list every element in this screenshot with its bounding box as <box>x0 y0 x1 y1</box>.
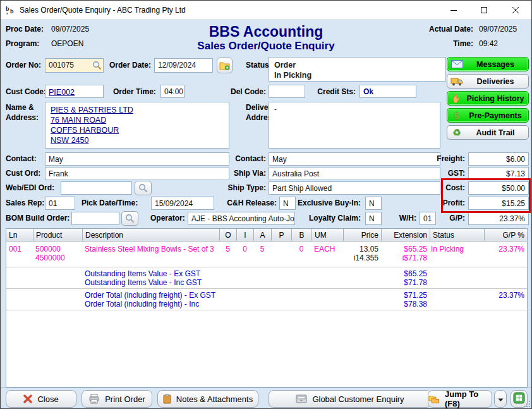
operator-label: Operator: <box>150 214 185 223</box>
cust-ord-field[interactable]: Frank <box>45 167 229 180</box>
name-address-label-1: Name & <box>6 103 34 112</box>
audit-trail-button[interactable]: ♻ Audit Trail <box>447 125 529 140</box>
order-date-folder-button[interactable] <box>217 58 233 73</box>
credit-sts-value: Ok <box>363 87 373 96</box>
ship-contact-field[interactable]: May <box>269 152 440 166</box>
jump-to-button[interactable]: Jump To (F8) <box>428 390 492 408</box>
minimize-button[interactable] <box>439 1 468 19</box>
summary-label: Order Total (including freight) - Ex GST <box>85 291 215 300</box>
svg-text:s: s <box>6 11 8 15</box>
col-header-price[interactable]: Price <box>343 229 381 241</box>
close-window-button[interactable] <box>500 1 531 19</box>
col-header-description[interactable]: Description <box>82 229 219 241</box>
bom-build-order-field[interactable] <box>71 212 119 225</box>
exclusive-buyin-field[interactable]: N <box>365 197 382 210</box>
loyalty-claim-field[interactable]: N <box>365 212 382 225</box>
cust-code-link[interactable]: PIE002 <box>49 88 75 97</box>
search-icon <box>125 214 135 223</box>
order-no-search-icon[interactable] <box>92 61 102 72</box>
messages-button[interactable]: Messages <box>447 57 529 71</box>
table-header: Ln Product Description O I A P B UM Pric… <box>6 229 527 241</box>
exclusive-buyin-label: Exclusive Buy-In: <box>288 198 361 207</box>
freight-label: Freight: <box>430 154 465 163</box>
status-field: Order In Picking <box>269 57 446 82</box>
cell-price-2: i14.355 <box>343 253 378 262</box>
ship-contact-value: May <box>272 155 287 164</box>
ch-release-label: C&H Release: <box>222 198 277 207</box>
wh-label: W/H: <box>389 214 416 223</box>
jump-folders-icon <box>428 394 440 404</box>
maximize-button[interactable] <box>469 1 499 19</box>
chevron-down-icon <box>498 394 504 404</box>
col-header-status[interactable]: Status <box>430 229 484 241</box>
time-value: 09:42 <box>479 39 498 48</box>
contact-label: Contact: <box>6 154 37 163</box>
pre-payments-button[interactable]: $ Pre-Payments <box>447 108 529 123</box>
cell-a: 5 <box>253 245 271 253</box>
operator-field[interactable]: AJE - BBS Accounting Auto-Jol <box>188 212 295 225</box>
web-edi-search-button[interactable] <box>135 181 152 195</box>
col-header-product[interactable]: Product <box>33 229 82 241</box>
address-line-link[interactable]: PIES & PASTRIES LTD <box>51 105 224 115</box>
sales-rep-field[interactable]: 01 <box>45 197 75 210</box>
col-header-extension[interactable]: Extension <box>381 229 430 241</box>
cost-value: $50.00 <box>502 184 525 193</box>
svg-text:b: b <box>10 8 14 15</box>
cust-code-label: Cust Code: <box>6 87 46 96</box>
cell-status: In Picking <box>431 245 464 253</box>
col-header-ln[interactable]: Ln <box>6 229 33 241</box>
ship-type-field[interactable]: Part Ship Allowed <box>269 181 440 195</box>
window-title: Sales Order/Quote Enquiry - ABC Trading … <box>20 6 186 15</box>
pick-datetime-field[interactable]: 15/09/2024 <box>151 197 214 210</box>
order-no-field[interactable]: 001075 <box>45 58 104 73</box>
col-header-p[interactable]: P <box>271 229 291 241</box>
col-header-um[interactable]: UM <box>311 229 343 241</box>
col-header-o[interactable]: O <box>219 229 236 241</box>
search-icon <box>138 183 148 193</box>
close-button-label: Close <box>37 394 58 404</box>
order-date-field[interactable]: 12/09/2024 <box>154 58 213 73</box>
bom-search-button[interactable] <box>121 211 138 226</box>
summary-extension: $71.78 <box>381 278 427 287</box>
table-separator <box>6 310 527 310</box>
web-edi-field[interactable] <box>61 181 132 195</box>
order-time-field[interactable]: 04:00 <box>160 85 184 98</box>
close-button[interactable]: Close <box>6 390 76 408</box>
resize-grip[interactable] <box>524 401 530 407</box>
col-header-i[interactable]: I <box>236 229 253 241</box>
name-address-field: PIES & PASTRIES LTD 76 MAIN ROAD COFFS H… <box>45 102 229 149</box>
pick-datetime-label: Pick Date/Time: <box>82 198 138 207</box>
notes-icon <box>163 394 171 404</box>
col-header-a[interactable]: A <box>253 229 271 241</box>
picking-history-button[interactable]: Picking History <box>447 91 529 106</box>
del-code-label: Del Code: <box>222 87 266 96</box>
deliveries-button[interactable]: Deliveries <box>447 74 529 89</box>
col-header-gp[interactable]: G/P % <box>484 229 527 241</box>
print-order-button-label: Print Order <box>105 394 145 404</box>
address-line-link[interactable]: COFFS HARBOUR <box>51 125 224 135</box>
global-customer-enquiry-button[interactable]: Global Customer Enquiry <box>269 390 432 408</box>
deliveries-button-label: Deliveries <box>466 77 528 86</box>
cell-b: 0 <box>291 245 311 253</box>
cust-code-field[interactable]: PIE002 <box>45 85 104 98</box>
delivery-address-value: - <box>274 105 277 114</box>
address-line-link[interactable]: NSW 2450 <box>51 135 224 145</box>
loyalty-claim-value: N <box>369 214 375 223</box>
col-header-b[interactable]: B <box>291 229 311 241</box>
print-order-button[interactable]: Print Order <box>82 390 152 408</box>
jump-to-dropdown-button[interactable] <box>494 390 507 408</box>
cell-um: EACH <box>314 245 335 253</box>
del-code-field[interactable] <box>269 85 305 98</box>
address-line-link[interactable]: 76 MAIN ROAD <box>51 115 224 125</box>
actual-date-value: 09/07/2025 <box>479 25 517 34</box>
status-line2: In Picking <box>274 70 440 80</box>
envelope-icon <box>447 60 466 68</box>
summary-label: Order Total (including freight) - Inc <box>85 300 199 308</box>
gst-field: $7.13 <box>468 167 529 180</box>
cost-field: $50.00 <box>468 181 529 195</box>
contact-field[interactable]: May <box>45 152 229 166</box>
notes-attachments-button[interactable]: Notes & Attachments <box>157 390 258 408</box>
contact-value: May <box>49 155 63 164</box>
ship-via-field[interactable]: Australia Post <box>269 167 440 180</box>
sales-rep-value: 01 <box>49 199 57 208</box>
